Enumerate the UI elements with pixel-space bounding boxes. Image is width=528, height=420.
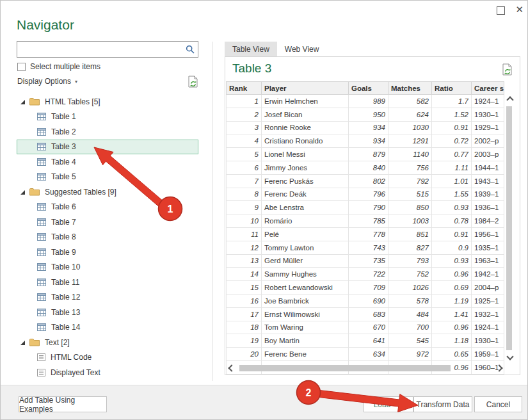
tree-item-suggested-tables-9[interactable]: Suggested Tables [9]	[17, 184, 198, 200]
tree-item-label: Text [2]	[45, 338, 70, 347]
cell-goals: 735	[349, 254, 388, 268]
scroll-right-icon[interactable]	[495, 364, 502, 371]
table-header-row: RankPlayerGoalsMatchesRatioCareer span	[227, 82, 504, 95]
tree-item-table-10[interactable]: Table 10	[17, 260, 198, 275]
horizontal-scroll-thumb[interactable]	[239, 365, 451, 371]
refresh-preview-icon[interactable]	[502, 63, 513, 77]
cell-player: Ernst Wilimowski	[262, 307, 349, 321]
table-row: 5Lionel Messi87911400.772003–p	[227, 148, 504, 161]
cell-matches: 972	[388, 348, 432, 361]
cell-career-span: 1984–2	[472, 214, 504, 228]
vertical-scroll-thumb[interactable]	[506, 106, 512, 350]
cell-career-span: 1924–1	[472, 95, 504, 108]
table-icon	[37, 293, 46, 301]
folder-icon	[29, 97, 40, 106]
column-header-rank: Rank	[227, 82, 262, 95]
tree-item-table-12[interactable]: Table 12	[17, 290, 198, 305]
tree-item-table-5[interactable]: Table 5	[17, 170, 198, 185]
tree-item-html-tables-5[interactable]: HTML Tables [5]	[17, 94, 198, 109]
tree-item-label: Displayed Text	[51, 368, 100, 377]
folder-icon	[29, 338, 40, 346]
scroll-left-icon[interactable]	[228, 364, 235, 371]
tree-item-table-1[interactable]: Table 1	[17, 109, 198, 125]
tree-item-label: HTML Code	[51, 353, 92, 362]
tree-expander-icon[interactable]	[20, 99, 25, 104]
cell-rank: 10	[227, 214, 262, 228]
cell-player: Gerd Müller	[262, 254, 349, 268]
tree-item-table-9[interactable]: Table 9	[17, 245, 198, 260]
table-row: 11Pelé7788510.911956–1	[227, 227, 504, 241]
cell-matches: 1026	[388, 281, 432, 295]
display-options-button[interactable]: Display Options ▾	[17, 77, 77, 86]
refresh-icon[interactable]	[188, 76, 198, 90]
tree-item-label: Table 11	[51, 278, 79, 287]
transform-data-button[interactable]: Transform Data	[413, 396, 472, 412]
scroll-down-icon[interactable]	[506, 353, 513, 360]
tree-item-table-7[interactable]: Table 7	[17, 214, 198, 230]
tree-item-text-2[interactable]: Text [2]	[17, 335, 198, 350]
cell-ratio: 0.9	[432, 241, 472, 254]
cell-rank: 20	[227, 348, 262, 361]
tree-item-table-6[interactable]: Table 6	[17, 200, 198, 215]
cell-goals: 778	[349, 227, 388, 241]
cancel-button[interactable]: Cancel	[474, 396, 522, 412]
cell-rank: 12	[227, 241, 262, 254]
table-icon	[37, 203, 46, 211]
cell-career-span: 1925–1	[472, 294, 504, 307]
cell-ratio: 0.91	[432, 121, 472, 134]
tree-item-label: Table 4	[51, 158, 76, 166]
cell-career-span: 1963–1	[472, 254, 504, 268]
tree-item-table-14[interactable]: Table 14	[17, 320, 198, 335]
cell-ratio: 1.19	[432, 294, 472, 307]
cell-player: Ferenc Deák	[262, 188, 349, 201]
tree-item-table-11[interactable]: Table 11	[17, 275, 198, 290]
cell-player: Lionel Messi	[262, 148, 349, 161]
folder-icon	[29, 188, 40, 196]
table-row: 2Josef Bican9506241.521930–1	[227, 108, 504, 121]
table-icon	[37, 173, 46, 181]
cell-career-span: 1936–1	[472, 201, 504, 214]
cell-player: Josef Bican	[262, 108, 349, 121]
tree-item-label: Table 5	[51, 172, 76, 181]
search-input[interactable]	[20, 43, 185, 56]
table-row: 14Sammy Hughes7227520.961942–1	[227, 268, 504, 281]
tab-web-view[interactable]: Web View	[277, 42, 327, 57]
tree-item-label: Table 2	[51, 127, 76, 136]
load-button-label[interactable]: Load	[364, 400, 400, 409]
tree-expander-icon[interactable]	[20, 190, 25, 195]
tree-item-html-code[interactable]: HTML Code	[17, 350, 198, 366]
add-table-using-examples-button[interactable]: Add Table Using Examples	[19, 396, 107, 412]
cell-ratio: 1.52	[432, 108, 472, 121]
tree-item-table-8[interactable]: Table 8	[17, 230, 198, 245]
cell-career-span: 1935–1	[472, 241, 504, 254]
vertical-scrollbar[interactable]	[505, 95, 514, 362]
cell-goals: 989	[349, 95, 388, 108]
scroll-up-icon[interactable]	[506, 96, 513, 103]
cell-matches: 545	[388, 334, 432, 348]
cell-goals: 641	[349, 334, 388, 348]
tree-item-table-13[interactable]: Table 13	[17, 305, 198, 320]
close-icon[interactable]: ✕	[515, 3, 524, 16]
maximize-icon[interactable]	[497, 6, 505, 15]
cell-goals: 840	[349, 161, 388, 174]
footer-bar: Add Table Using Examples Load ▾ Transfor…	[1, 385, 528, 420]
tree-item-table-2[interactable]: Table 2	[17, 124, 198, 140]
table-row: 12Tommy Lawton7438270.91935–1	[227, 241, 504, 254]
search-icon[interactable]	[186, 45, 195, 56]
tree-expander-icon[interactable]	[20, 340, 25, 345]
horizontal-scrollbar[interactable]	[227, 364, 504, 373]
cell-goals: 743	[349, 241, 388, 254]
select-multiple-checkbox[interactable]	[17, 63, 26, 71]
cell-rank: 13	[227, 254, 262, 268]
cell-player: Abe Lenstra	[262, 201, 349, 214]
cell-ratio: 1.7	[432, 95, 472, 108]
tree-item-table-4[interactable]: Table 4	[17, 154, 198, 170]
cell-matches: 1291	[388, 134, 432, 148]
tab-table-view[interactable]: Table View	[225, 42, 277, 57]
tree-item-displayed-text[interactable]: Displayed Text	[17, 365, 198, 380]
tree-item-table-3[interactable]: Table 3	[17, 140, 198, 155]
load-dropdown[interactable]: ▾	[400, 397, 413, 412]
cell-player: Tom Waring	[262, 321, 349, 334]
load-button[interactable]: Load ▾	[364, 396, 413, 412]
cell-rank: 9	[227, 201, 262, 214]
